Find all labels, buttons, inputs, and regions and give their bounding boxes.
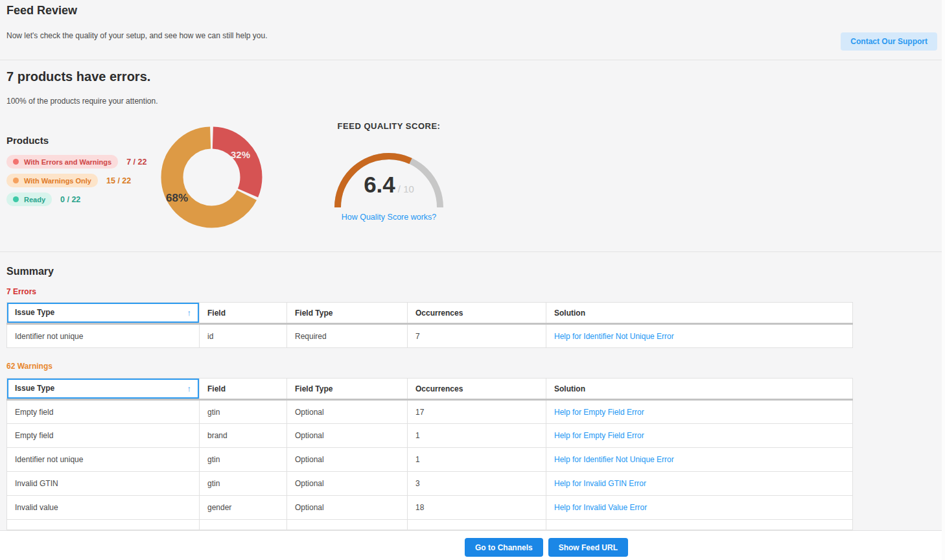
legend-ready: Ready 0 / 22: [6, 192, 146, 206]
summary-heading: Summary: [6, 266, 54, 277]
legend-label: With Warnings Only: [24, 177, 91, 185]
cell-occurrences: 18: [408, 496, 546, 520]
column-header-solution[interactable]: Solution: [546, 379, 853, 400]
sort-ascending-icon[interactable]: ↑: [187, 384, 192, 393]
cell-occurrences: 1: [408, 448, 546, 472]
help-link[interactable]: Help for Invalid Value Error: [554, 503, 647, 512]
column-header-field-type[interactable]: Field Type: [287, 379, 408, 400]
cell-issue-type: Identifier not unique: [7, 324, 200, 348]
help-link[interactable]: Help for Empty Field Error: [554, 408, 644, 417]
cell-issue-type: Empty field: [7, 400, 200, 424]
products-errors-heading: 7 products have errors.: [6, 69, 150, 84]
cell-solution: Help for Identifier Not Unique Error: [546, 448, 853, 472]
quality-score-max: / 10: [398, 183, 414, 194]
cell-solution: Help for Empty Field Error: [546, 400, 853, 424]
cell-field: gtin: [200, 448, 287, 472]
cell-field: brand: [200, 424, 287, 448]
footer-buttons: Go to Channels Show Feed URL: [465, 538, 628, 557]
column-header-issue-type[interactable]: Issue Type ↑: [7, 303, 200, 324]
attention-text: 100% of the products require your attent…: [6, 97, 158, 106]
table-row: Identifier not unique id Required 7 Help…: [7, 324, 853, 348]
legend-pill-warnings-only: With Warnings Only: [6, 174, 98, 187]
donut-label-32: 32%: [231, 149, 250, 160]
cell-issue-type: Empty field: [7, 424, 200, 448]
quality-score-value-row: 6.4/ 10: [332, 172, 446, 198]
show-feed-url-button[interactable]: Show Feed URL: [548, 538, 628, 557]
legend-warnings-only: With Warnings Only 15 / 22: [6, 174, 146, 187]
cell-field: gtin: [200, 472, 287, 496]
products-legend: With Errors and Warnings 7 / 22 With War…: [6, 155, 146, 206]
table-row: Invalid value gender Optional 18 Help fo…: [7, 496, 853, 520]
cell-field-type: Optional: [287, 472, 408, 496]
cell-solution: Help for Empty Field Error: [546, 424, 853, 448]
cell-solution: Help for Invalid Value Error: [546, 496, 853, 520]
footer-bar: Go to Channels Show Feed URL: [0, 530, 945, 560]
warnings-table-header-row: Issue Type ↑ Field Field Type Occurrence…: [7, 379, 853, 400]
errors-table: Issue Type ↑ Field Field Type Occurrence…: [6, 302, 853, 348]
how-quality-score-works-link[interactable]: How Quality Score works?: [312, 213, 465, 222]
column-header-occurrences[interactable]: Occurrences: [408, 379, 546, 400]
quality-score-value: 6.4: [364, 172, 395, 197]
go-to-channels-button[interactable]: Go to Channels: [465, 538, 543, 557]
scrollbar-track[interactable]: [942, 0, 945, 560]
feed-review-page: Feed Review Now let's check the quality …: [0, 0, 945, 560]
help-link[interactable]: Help for Invalid GTIN Error: [554, 479, 646, 488]
products-donut-chart: 32% 68%: [159, 125, 264, 229]
cell-field-type: Optional: [287, 496, 408, 520]
page-title: Feed Review: [6, 4, 77, 18]
cell-issue-type: Identifier not unique: [7, 448, 200, 472]
teal-dot-icon: [13, 196, 19, 202]
legend-label: Ready: [24, 196, 45, 204]
legend-pill-errors-warnings: With Errors and Warnings: [6, 155, 118, 169]
column-header-field[interactable]: Field: [200, 303, 287, 324]
cell-issue-type: Invalid value: [7, 496, 200, 520]
cell-field: gtin: [200, 400, 287, 424]
red-dot-icon: [13, 159, 19, 165]
contact-support-button[interactable]: Contact Our Support: [841, 32, 937, 51]
help-link[interactable]: Help for Identifier Not Unique Error: [554, 455, 674, 464]
cell-field: gender: [200, 496, 287, 520]
legend-label: With Errors and Warnings: [24, 158, 111, 166]
legend-count: 0 / 22: [60, 195, 80, 204]
donut-label-68: 68%: [166, 192, 188, 205]
products-label: Products: [6, 135, 49, 146]
help-link[interactable]: Help for Empty Field Error: [554, 431, 644, 440]
orange-dot-icon: [13, 178, 19, 183]
errors-count-label: 7 Errors: [6, 287, 36, 296]
table-row: Identifier not unique gtin Optional 1 He…: [7, 448, 853, 472]
cell-occurrences: 3: [408, 472, 546, 496]
table-row: Invalid GTIN gtin Optional 3 Help for In…: [7, 472, 853, 496]
table-row: Empty field brand Optional 1 Help for Em…: [7, 424, 853, 448]
legend-count: 7 / 22: [126, 158, 146, 167]
cell-field-type: Optional: [287, 448, 408, 472]
cell-occurrences: 1: [408, 424, 546, 448]
page-subtitle: Now let's check the quality of your setu…: [6, 31, 268, 40]
donut-chart-svg: [159, 125, 264, 229]
column-header-field[interactable]: Field: [200, 379, 287, 400]
table-row: Empty field gtin Optional 17 Help for Em…: [7, 400, 853, 424]
column-header-issue-type[interactable]: Issue Type ↑: [7, 379, 200, 400]
sort-ascending-icon[interactable]: ↑: [187, 308, 192, 318]
errors-table-header-row: Issue Type ↑ Field Field Type Occurrence…: [7, 303, 853, 324]
legend-count: 15 / 22: [106, 176, 131, 185]
cell-field-type: Optional: [287, 400, 408, 424]
cell-field: id: [200, 324, 287, 348]
header-divider: [0, 60, 942, 60]
cell-occurrences: 17: [408, 400, 546, 424]
help-link[interactable]: Help for Identifier Not Unique Error: [554, 332, 674, 341]
legend-errors-warnings: With Errors and Warnings 7 / 22: [6, 155, 146, 169]
cell-solution: Help for Identifier Not Unique Error: [546, 324, 853, 348]
table-row-partial: [7, 520, 853, 530]
cell-solution: Help for Invalid GTIN Error: [546, 472, 853, 496]
legend-pill-ready: Ready: [6, 192, 52, 206]
cell-occurrences: 7: [408, 324, 546, 348]
section-divider: [0, 251, 942, 252]
cell-field-type: Optional: [287, 424, 408, 448]
column-header-solution[interactable]: Solution: [546, 303, 853, 324]
warnings-table: Issue Type ↑ Field Field Type Occurrence…: [6, 378, 853, 530]
column-header-field-type[interactable]: Field Type: [287, 303, 408, 324]
column-header-occurrences[interactable]: Occurrences: [408, 303, 546, 324]
warnings-count-label: 62 Warnings: [6, 362, 52, 371]
feed-quality-score-title: FEED QUALITY SCORE:: [332, 121, 446, 131]
cell-field-type: Required: [287, 324, 408, 348]
